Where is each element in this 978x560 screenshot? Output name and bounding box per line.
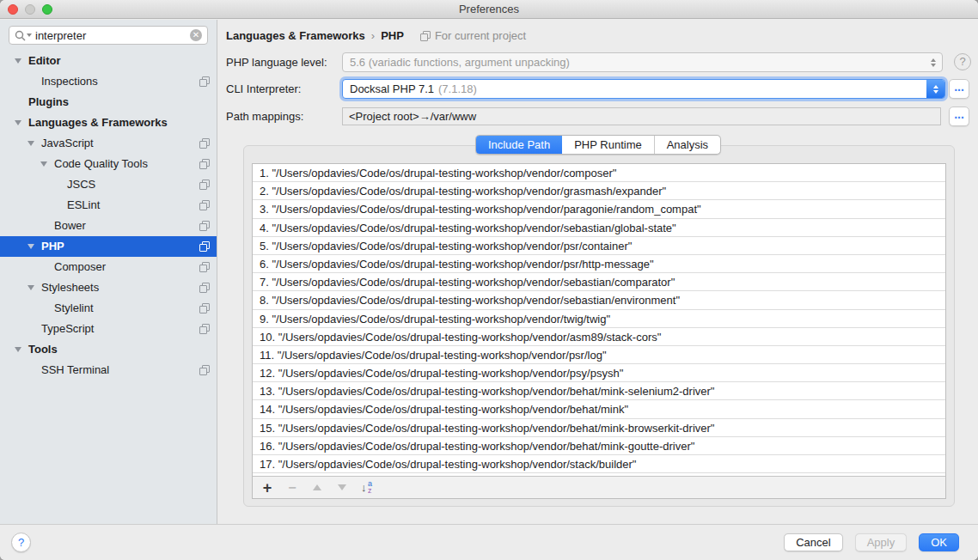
php-language-level-row: PHP language level: 5.6 (variadic functi…: [218, 52, 978, 73]
path-mappings-browse-button[interactable]: ...: [949, 107, 969, 126]
close-window-button[interactable]: [8, 4, 18, 15]
search-options-chevron-icon[interactable]: [27, 33, 32, 37]
minimize-window-button[interactable]: [25, 4, 35, 15]
include-path-row[interactable]: 8. "/Users/opdavies/Code/os/drupal-testi…: [253, 291, 945, 309]
search-result-icon: [199, 159, 210, 169]
preferences-window: Preferences interpreter ✕ EditorInspecti…: [0, 0, 978, 560]
breadcrumb: Languages & Frameworks › PHP For current…: [226, 29, 526, 42]
expand-arrow-icon[interactable]: [40, 161, 47, 167]
include-path-row[interactable]: 9. "/Users/opdavies/Code/os/drupal-testi…: [253, 310, 945, 328]
sidebar-item-tools[interactable]: Tools: [0, 339, 217, 360]
path-mappings-field[interactable]: <Project root>→/var/www: [342, 107, 941, 125]
include-path-rows: 1. "/Users/opdavies/Code/os/drupal-testi…: [253, 164, 945, 476]
sidebar-item-label: Tools: [28, 339, 58, 360]
chevron-updown-icon[interactable]: [926, 80, 944, 98]
include-path-row[interactable]: 13. "/Users/opdavies/Code/os/drupal-test…: [253, 382, 945, 400]
sidebar-item-label: SSH Terminal: [41, 360, 109, 380]
settings-sidebar: interpreter ✕ EditorInspectionsPluginsLa…: [0, 20, 217, 524]
help-button[interactable]: ?: [11, 533, 31, 552]
php-language-level-select[interactable]: 5.6 (variadic functions, argument unpack…: [342, 52, 943, 72]
settings-search-field[interactable]: interpreter ✕: [9, 26, 208, 45]
tab-php-runtime[interactable]: PHP Runtime: [562, 136, 654, 154]
include-path-row[interactable]: 10. "/Users/opdavies/Code/os/drupal-test…: [253, 328, 945, 346]
help-icon[interactable]: ?: [954, 53, 971, 70]
sidebar-item-inspections[interactable]: Inspections: [0, 71, 217, 92]
sidebar-item-editor[interactable]: Editor: [0, 51, 217, 71]
include-path-row[interactable]: 3. "/Users/opdavies/Code/os/drupal-testi…: [253, 200, 945, 218]
search-input[interactable]: interpreter: [35, 29, 190, 42]
path-mappings-label: Path mappings:: [226, 107, 303, 127]
scope-indicator: For current project: [420, 29, 526, 42]
include-path-row[interactable]: 12. "/Users/opdavies/Code/os/drupal-test…: [253, 364, 945, 382]
sidebar-item-stylesheets[interactable]: Stylesheets: [0, 277, 217, 298]
cli-interpreter-browse-button[interactable]: ...: [949, 79, 969, 99]
zoom-window-button[interactable]: [42, 4, 52, 15]
sidebar-item-label: Code Quality Tools: [54, 154, 148, 174]
sidebar-item-code-quality-tools[interactable]: Code Quality Tools: [0, 154, 217, 174]
php-language-level-label: PHP language level:: [226, 52, 327, 73]
include-path-row[interactable]: 11. "/Users/opdavies/Code/os/drupal-test…: [253, 346, 945, 364]
tab-analysis[interactable]: Analysis: [654, 136, 720, 154]
expand-arrow-icon[interactable]: [28, 244, 34, 249]
apply-button[interactable]: Apply: [855, 533, 908, 551]
add-button[interactable]: +: [261, 481, 273, 495]
sidebar-item-languages-frameworks[interactable]: Languages & Frameworks: [0, 113, 217, 133]
expand-arrow-icon[interactable]: [28, 285, 34, 290]
search-result-icon: [199, 138, 210, 149]
cli-interpreter-select[interactable]: Docksal PHP 7.1 (7.1.18): [342, 79, 945, 99]
tab-include-path[interactable]: Include Path: [476, 136, 562, 154]
include-path-panel: 1. "/Users/opdavies/Code/os/drupal-testi…: [243, 145, 955, 507]
breadcrumb-separator-icon: ›: [371, 29, 375, 42]
sidebar-item-javascript[interactable]: JavaScript: [0, 133, 217, 154]
sidebar-item-php[interactable]: PHP: [0, 236, 217, 257]
sidebar-item-plugins[interactable]: Plugins: [0, 92, 217, 113]
expand-arrow-icon[interactable]: [15, 58, 21, 64]
clear-search-icon[interactable]: ✕: [190, 29, 202, 41]
sidebar-item-label: Editor: [28, 51, 61, 71]
include-path-row[interactable]: 1. "/Users/opdavies/Code/os/drupal-testi…: [253, 164, 945, 182]
include-path-row[interactable]: 5. "/Users/opdavies/Code/os/drupal-testi…: [253, 237, 945, 255]
sidebar-item-label: Composer: [54, 257, 106, 277]
expand-arrow-icon[interactable]: [28, 141, 34, 146]
sidebar-item-label: ESLint: [67, 195, 100, 216]
expand-arrow-icon[interactable]: [15, 120, 21, 125]
include-path-row[interactable]: 16. "/Users/opdavies/Code/os/drupal-test…: [253, 437, 945, 455]
sidebar-item-label: TypeScript: [41, 319, 94, 339]
search-result-icon: [199, 221, 210, 231]
include-path-row[interactable]: 14. "/Users/opdavies/Code/os/drupal-test…: [253, 400, 945, 418]
sidebar-item-composer[interactable]: Composer: [0, 257, 217, 277]
sidebar-item-typescript[interactable]: TypeScript: [0, 319, 217, 339]
expand-arrow-icon[interactable]: [15, 347, 21, 352]
titlebar: Preferences: [0, 0, 978, 19]
include-path-row[interactable]: 2. "/Users/opdavies/Code/os/drupal-testi…: [253, 182, 945, 200]
sort-alphabetically-button[interactable]: ↓az: [361, 481, 375, 495]
traffic-lights: [8, 4, 52, 15]
sidebar-item-eslint[interactable]: ESLint: [0, 195, 217, 216]
php-language-level-value: 5.6 (variadic functions, argument unpack…: [350, 56, 570, 69]
sidebar-item-ssh-terminal[interactable]: SSH Terminal: [0, 360, 217, 380]
breadcrumb-current: PHP: [381, 29, 404, 42]
include-path-row[interactable]: 7. "/Users/opdavies/Code/os/drupal-testi…: [253, 273, 945, 291]
sidebar-item-bower[interactable]: Bower: [0, 216, 217, 236]
breadcrumb-parent[interactable]: Languages & Frameworks: [226, 29, 365, 42]
settings-tree: EditorInspectionsPluginsLanguages & Fram…: [0, 51, 217, 380]
cancel-button[interactable]: Cancel: [784, 533, 842, 551]
sidebar-item-label: JavaScript: [41, 133, 94, 154]
include-path-row[interactable]: 4. "/Users/opdavies/Code/os/drupal-testi…: [253, 219, 945, 237]
include-path-row[interactable]: 15. "/Users/opdavies/Code/os/drupal-test…: [253, 419, 945, 437]
sidebar-item-label: Inspections: [41, 71, 98, 92]
search-result-icon: [199, 324, 210, 334]
sidebar-item-stylelint[interactable]: Stylelint: [0, 298, 217, 319]
ok-button[interactable]: OK: [919, 533, 959, 551]
sidebar-item-label: Languages & Frameworks: [28, 113, 168, 133]
scope-label: For current project: [435, 29, 526, 42]
include-path-row[interactable]: 6. "/Users/opdavies/Code/os/drupal-testi…: [253, 255, 945, 273]
php-settings-content: Languages & Frameworks › PHP For current…: [218, 20, 978, 524]
include-path-row[interactable]: 17. "/Users/opdavies/Code/os/drupal-test…: [253, 455, 945, 473]
tab-set: Include PathPHP RuntimeAnalysis: [475, 135, 721, 155]
cli-interpreter-row: CLI Interpreter: Docksal PHP 7.1 (7.1.18…: [218, 79, 978, 100]
sidebar-item-jscs[interactable]: JSCS: [0, 174, 217, 195]
search-result-icon: [199, 180, 210, 190]
search-result-icon: [199, 303, 210, 313]
sidebar-item-label: Bower: [54, 216, 86, 236]
